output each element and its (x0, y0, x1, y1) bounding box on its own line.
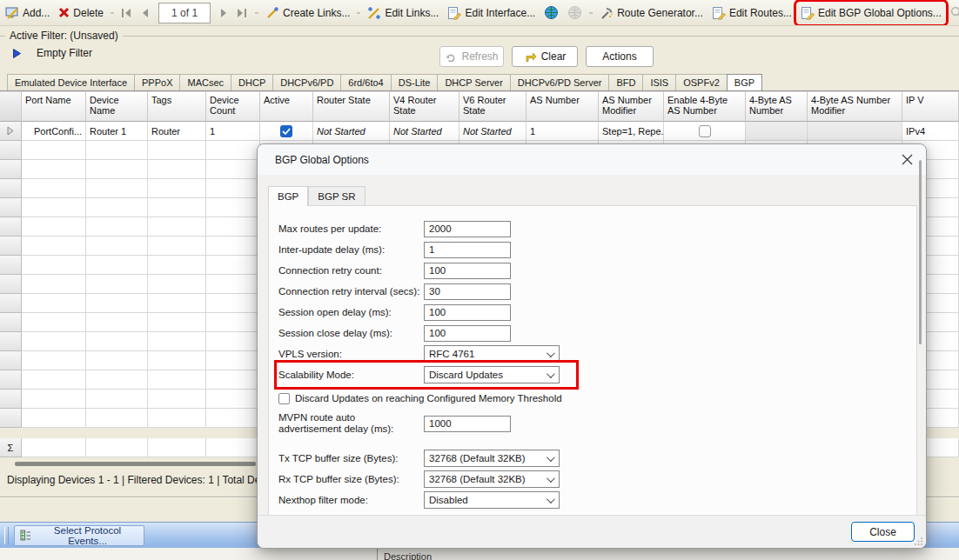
nav-prev-button[interactable] (137, 3, 153, 23)
route-generator-label: Route Generator... (617, 7, 703, 19)
dialog-titlebar[interactable]: BGP Global Options (258, 144, 926, 175)
dialog-close-icon[interactable] (901, 153, 914, 166)
column-header[interactable]: 4-Byte AS Number (746, 91, 808, 122)
edit-interface-button[interactable]: Edit Interface... (444, 3, 539, 23)
globe-button[interactable] (540, 3, 562, 23)
column-header[interactable]: Port Name (22, 91, 86, 122)
grid-cell[interactable]: 1 (526, 122, 599, 141)
clear-button[interactable]: Clear (512, 46, 578, 67)
protocol-tab-bgp[interactable]: BGP (727, 74, 762, 91)
dropdown[interactable]: RFC 4761 (424, 345, 560, 363)
row-selector (0, 294, 22, 313)
edit-routes-label: Edit Routes... (729, 7, 792, 19)
protocol-tab-dhcp-server[interactable]: DHCP Server (437, 74, 510, 90)
protocol-tab-pppox[interactable]: PPPoX (134, 74, 180, 90)
text-input[interactable]: 30 (424, 283, 511, 300)
text-input[interactable]: 1 (424, 242, 511, 258)
protocol-tab-ds-lite[interactable]: DS-Lite (391, 74, 439, 90)
text-input[interactable]: 1000 (424, 416, 511, 432)
protocol-tab-emulated-device-interface[interactable]: Emulated Device Interface (7, 74, 135, 90)
add-button[interactable]: Add... (2, 3, 53, 23)
grid-cell[interactable]: Router 1 (86, 122, 148, 141)
column-header[interactable]: Device Count (206, 91, 260, 122)
column-header[interactable]: Active (260, 91, 313, 122)
protocol-tab-macsec[interactable]: MACsec (179, 74, 231, 90)
dropdown[interactable]: 32768 (Default 32KB) (424, 450, 560, 467)
toolbar-grip[interactable] (4, 527, 9, 544)
grid-cell[interactable]: Step=1, Repe... (599, 122, 664, 141)
grid-cell[interactable]: Not Started (459, 122, 526, 141)
dialog-field-row: Max routes per update:2000 (278, 218, 574, 239)
column-header[interactable]: V6 Router State (459, 91, 526, 122)
grid-cell-empty (148, 313, 206, 332)
protocol-tab-ospfv2[interactable]: OSPFv2 (675, 74, 728, 90)
dialog-tab-bgp-sr[interactable]: BGP SR (308, 186, 365, 205)
nav-last-button[interactable] (233, 3, 251, 23)
protocol-tab-dhcpv6-pd[interactable]: DHCPv6/PD (272, 74, 341, 90)
apply-filter-play-icon[interactable] (12, 48, 22, 59)
protocol-tab-bfd[interactable]: BFD (608, 74, 643, 90)
grid-cell[interactable]: Not Started (390, 122, 459, 141)
grid-cell-empty (86, 294, 148, 313)
edit-interface-label: Edit Interface... (465, 7, 535, 19)
protocol-tab-dhcpv6-pd-server[interactable]: DHCPv6/PD Server (510, 74, 610, 90)
column-header[interactable]: Enable 4-Byte AS Number (664, 91, 746, 122)
dialog-field-row: Scalability Mode:Discard Updates (278, 364, 574, 385)
column-header[interactable]: Router State (313, 91, 390, 122)
delete-icon (58, 7, 70, 18)
close-button[interactable]: Close (851, 522, 915, 542)
delete-button[interactable]: Delete (55, 3, 107, 23)
grid-cell[interactable]: IPv4 (902, 122, 959, 141)
protocol-tab-isis[interactable]: ISIS (642, 74, 676, 90)
grid-cell[interactable] (808, 122, 902, 141)
grid-cell-empty (148, 141, 206, 160)
globe-gray-icon (567, 5, 582, 20)
grid-cell[interactable] (260, 122, 313, 141)
column-header[interactable]: Device Name (86, 91, 148, 122)
protocol-tab-dhcp[interactable]: DHCP (231, 74, 273, 90)
nav-first-button[interactable] (117, 3, 136, 23)
column-header[interactable]: IP V (902, 91, 959, 122)
column-header[interactable]: AS Number Modifier (599, 91, 664, 122)
text-input[interactable]: 100 (424, 325, 511, 342)
text-input[interactable]: 2000 (424, 221, 511, 237)
column-header[interactable]: V4 Router State (390, 91, 459, 122)
page-indicator[interactable]: 1 of 1 (158, 3, 211, 23)
grid-cell[interactable]: PortConfi... (22, 122, 86, 141)
dropdown[interactable]: Discard Updates (424, 366, 560, 383)
grid-cell[interactable] (664, 122, 746, 141)
edit-links-button[interactable]: Edit Links... (364, 3, 442, 23)
protocol-tab-6rd-6to4[interactable]: 6rd/6to4 (340, 74, 391, 90)
checkbox[interactable] (278, 393, 290, 404)
dialog-scrollbar-thumb[interactable] (919, 160, 922, 344)
resize-grip-icon[interactable] (915, 537, 923, 545)
edit-routes-button[interactable]: Edit Routes... (708, 3, 795, 23)
grid-data-row[interactable]: PortConfi...Router 1Router1Not StartedNo… (0, 122, 959, 141)
dropdown[interactable]: Disabled (424, 491, 560, 509)
column-header[interactable]: Tags (148, 91, 206, 122)
nav-next-button[interactable] (216, 3, 231, 23)
active-filter-row[interactable]: Empty Filter (12, 47, 92, 59)
select-protocol-events-button[interactable]: Select Protocol Events... (14, 525, 144, 546)
grid-cell[interactable]: Router (148, 122, 206, 141)
text-input[interactable]: 100 (424, 263, 511, 279)
column-header[interactable]: 4-Byte AS Number Modifier (808, 91, 902, 122)
dropdown[interactable]: 32768 (Default 32KB) (424, 470, 560, 488)
row-selector-header[interactable] (0, 91, 22, 122)
dropdown-value: 32768 (Default 32KB) (429, 453, 526, 463)
create-links-button[interactable]: Create Links... (262, 3, 353, 23)
route-generator-button[interactable]: Route Generator... (596, 3, 707, 23)
grid-cell[interactable]: 1 (206, 122, 260, 141)
enable-4byte-as-checkbox[interactable] (699, 125, 711, 137)
actions-button[interactable]: Actions (586, 46, 654, 67)
text-input[interactable]: 100 (424, 304, 511, 321)
grid-cell[interactable] (746, 122, 808, 141)
column-header[interactable]: AS Number (526, 91, 599, 122)
edit-bgp-global-options-button[interactable]: Edit BGP Global Options... (797, 3, 945, 23)
row-selector (0, 313, 22, 332)
grid-cell[interactable]: Not Started (313, 122, 390, 141)
dialog-tab-bgp[interactable]: BGP (268, 186, 308, 206)
row-selector[interactable] (0, 122, 22, 141)
horizontal-scrollbar-thumb[interactable] (15, 462, 256, 466)
active-checkbox[interactable] (280, 125, 292, 137)
